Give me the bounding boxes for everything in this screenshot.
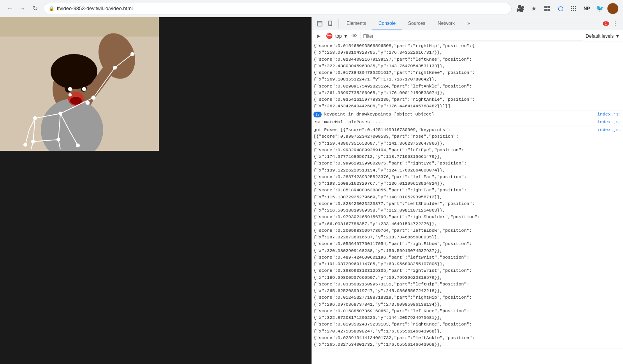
svg-rect-3 — [547, 9, 550, 11]
svg-point-4 — [571, 6, 572, 7]
svg-point-9 — [575, 8, 576, 9]
svg-point-41 — [33, 116, 37, 120]
tab-sources[interactable]: Sources — [402, 17, 431, 30]
svg-rect-14 — [0, 17, 159, 37]
svg-rect-1 — [547, 6, 550, 8]
tab-network[interactable]: Network — [431, 17, 461, 30]
devtools-toolbar: Elements Console Sources Network » 1 ⋮ — [312, 17, 623, 30]
log-levels-arrow: ▼ — [615, 33, 620, 39]
console-line-content: got Poses [{"score":0.4251449916730909,"… — [313, 126, 594, 348]
svg-point-45 — [56, 138, 60, 142]
eye-icon[interactable]: 👁 — [350, 32, 358, 40]
video-area: Join Room Leave Room — [0, 17, 159, 151]
console-line-source[interactable]: index.js: — [594, 111, 621, 117]
svg-point-43 — [113, 66, 117, 70]
svg-point-23 — [68, 87, 72, 91]
lock-icon: 🔒 — [49, 6, 55, 11]
url-text: tfvideo-9853-dev.twil.io/video.html — [57, 5, 507, 11]
tab-elements[interactable]: Elements — [340, 17, 372, 30]
svg-point-20 — [70, 97, 82, 105]
console-line-source[interactable]: index.js: — [594, 126, 621, 133]
svg-point-6 — [575, 6, 576, 7]
svg-point-11 — [573, 10, 574, 11]
console-line-content: keypoint in drawkeypoints [object Object… — [324, 111, 594, 117]
svg-point-48 — [23, 143, 27, 147]
svg-rect-0 — [544, 6, 547, 8]
svg-point-5 — [573, 6, 574, 7]
svg-point-42 — [92, 96, 95, 100]
svg-point-7 — [571, 8, 572, 9]
browser-chrome: ← → ↻ 🔒 tfvideo-9853-dev.twil.io/video.h… — [0, 0, 623, 17]
context-dropdown-arrow: ▼ — [343, 33, 348, 39]
video-panel: Join Room Leave Room — [0, 17, 312, 364]
menu-grid-icon[interactable] — [568, 3, 579, 14]
main-content: Join Room Leave Room Elements Console So… — [0, 17, 623, 364]
log-levels-label: Default levels — [586, 33, 614, 39]
devtools-icons-left — [315, 19, 339, 28]
devtools-panel: Elements Console Sources Network » 1 ⋮ ▶… — [312, 17, 623, 364]
svg-rect-2 — [544, 9, 547, 11]
svg-point-12 — [575, 10, 576, 11]
devtools-more: 1 ⋮ — [601, 19, 620, 28]
forward-button[interactable]: → — [17, 3, 28, 14]
tab-console[interactable]: Console — [372, 17, 402, 30]
close-devtools-icon[interactable]: 1 — [601, 19, 611, 28]
console-line-content: {"score":0.015468093566596508,"part":"ri… — [313, 42, 621, 110]
bookmark-icon[interactable]: ★ — [528, 3, 540, 14]
clear-console-icon[interactable]: ▶ — [315, 32, 323, 40]
user-initial[interactable]: NP — [581, 3, 593, 14]
svg-point-24 — [82, 87, 86, 91]
inspect-element-icon[interactable] — [315, 19, 324, 28]
svg-point-46 — [31, 140, 35, 144]
toolbar-icons: 🎥 ★ ◯ NP 🐦 — [515, 3, 618, 14]
line-badge: 17 — [313, 112, 322, 117]
device-toolbar-icon[interactable] — [326, 19, 335, 28]
reload-button[interactable]: ↻ — [30, 3, 40, 14]
console-line: estimateMultiplePoses .... index.js: — [312, 118, 623, 126]
address-bar[interactable]: 🔒 tfvideo-9853-dev.twil.io/video.html — [44, 3, 512, 14]
svg-rect-50 — [317, 21, 322, 26]
svg-point-44 — [130, 52, 134, 56]
filter-input[interactable] — [361, 32, 583, 40]
svg-point-8 — [573, 8, 574, 9]
svg-point-47 — [76, 144, 80, 147]
profile-avatar[interactable] — [607, 3, 618, 14]
context-selector[interactable]: top ▼ — [335, 33, 348, 39]
context-label: top — [335, 33, 342, 39]
camera-icon[interactable]: 🎥 — [515, 3, 526, 14]
extensions-icon[interactable] — [541, 3, 553, 14]
stop-icon[interactable]: ⛔ — [325, 32, 333, 40]
more-options-icon[interactable]: ⋮ — [611, 19, 620, 28]
video-background — [0, 17, 159, 151]
console-line-source[interactable]: index.js: — [594, 119, 621, 125]
console-line-content: estimateMultiplePoses .... — [313, 119, 594, 125]
video-svg — [0, 17, 159, 151]
tab-more[interactable]: » — [461, 17, 476, 30]
console-toolbar: ▶ ⛔ top ▼ 👁 Default levels ▼ — [312, 30, 623, 42]
bird-icon[interactable]: 🐦 — [594, 3, 606, 14]
chrome-icon[interactable]: ◯ — [554, 3, 566, 14]
svg-rect-53 — [330, 25, 331, 25]
error-count-badge: 1 — [603, 21, 609, 26]
svg-point-40 — [58, 112, 62, 116]
console-line: 17 keypoint in drawkeypoints [object Obj… — [312, 110, 623, 118]
log-levels-selector[interactable]: Default levels ▼ — [586, 33, 620, 39]
console-line: got Poses [{"score":0.4251449916730909,"… — [312, 126, 623, 348]
svg-point-49 — [69, 93, 72, 96]
svg-point-10 — [571, 10, 572, 11]
console-line: {"score":0.015468093566596508,"part":"ri… — [312, 42, 623, 110]
svg-point-17 — [51, 54, 97, 89]
nav-buttons: ← → ↻ — [5, 3, 40, 14]
console-output[interactable]: {"score":0.015468093566596508,"part":"ri… — [312, 42, 623, 364]
back-button[interactable]: ← — [5, 3, 16, 14]
devtools-tabs: Elements Console Sources Network » — [340, 17, 601, 30]
